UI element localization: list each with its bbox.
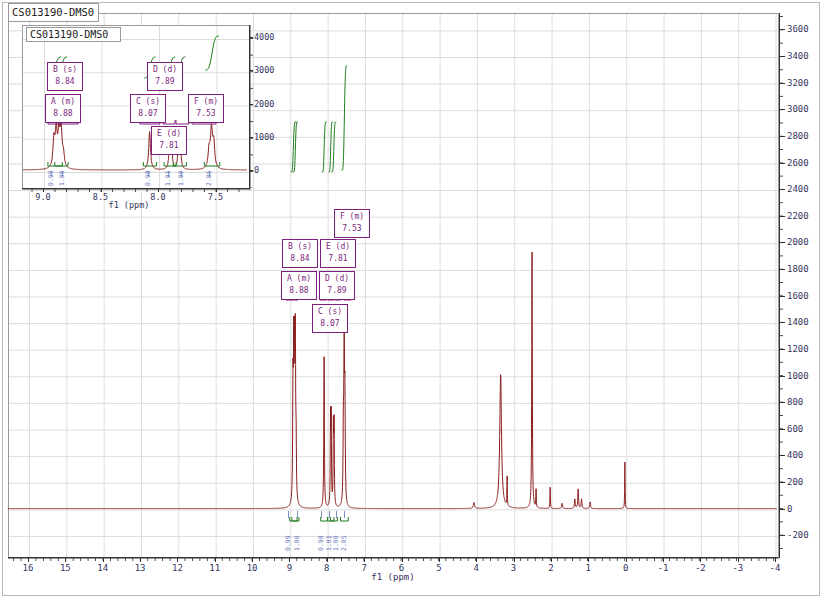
multiplet-box-inset-E[interactable]: E (d)7.81 — [151, 126, 187, 155]
multiplet-shift: 8.07 — [131, 108, 165, 120]
integral-tick-main-B — [297, 511, 298, 518]
multiplet-box-main-D[interactable]: D (d)7.89 — [319, 271, 355, 300]
multiplet-label: C (s) — [313, 306, 347, 318]
main-x-tick — [588, 557, 589, 562]
multiplet-label: B (s) — [283, 241, 317, 253]
multiplet-label: A (m) — [282, 273, 316, 285]
main-y-tick-label: 3600 — [787, 24, 809, 34]
main-y-tick — [779, 509, 785, 510]
inset-y-tick-label: 2000 — [254, 99, 274, 109]
main-x-tick — [663, 557, 664, 562]
multiplet-box-inset-F[interactable]: F (m)7.53 — [188, 94, 224, 123]
spectrum-title: CS013190-DMS0 — [8, 3, 99, 22]
inset-curve-layer — [0, 0, 821, 597]
multiplet-box-inset-B[interactable]: B (s)8.84 — [47, 62, 83, 91]
multiplet-box-main-E[interactable]: E (d)7.81 — [320, 239, 356, 268]
main-y-tick-label: 200 — [787, 477, 803, 487]
multiplet-shift: 7.81 — [152, 140, 186, 152]
main-x-tick — [364, 557, 365, 562]
main-x-tick — [439, 557, 440, 562]
multiplet-label: C (s) — [131, 96, 165, 108]
main-x-tick — [289, 557, 290, 562]
multiplet-shift: 7.89 — [148, 76, 182, 88]
multiplet-shift: 8.88 — [46, 108, 80, 120]
main-y-tick — [779, 109, 785, 110]
main-y-tick-label: 2400 — [787, 184, 809, 194]
main-x-tick-label: 9 — [277, 563, 301, 573]
main-y-tick-label: 1400 — [787, 317, 809, 327]
main-x-tick-label: 5 — [427, 563, 451, 573]
main-x-tick — [476, 557, 477, 562]
multiplet-shift: 8.07 — [313, 318, 347, 330]
multiplet-box-main-C[interactable]: C (s)8.07 — [312, 304, 348, 333]
multiplet-label: E (d) — [152, 128, 186, 140]
integral-value-main-A: 0.99 — [284, 535, 292, 551]
inset-y-tick — [249, 137, 253, 138]
main-y-tick-label: 1000 — [787, 371, 809, 381]
main-x-tick — [738, 557, 739, 562]
inset-x-tick-label: 8.5 — [89, 192, 113, 202]
multiplet-box-main-F[interactable]: F (m)7.53 — [334, 209, 370, 238]
integral-tick-inset-E — [181, 171, 182, 177]
nmr-trace-inset — [23, 121, 247, 169]
main-x-axis-label: f1 (ppm) — [358, 572, 428, 582]
integral-value-main-F: 2.05 — [340, 535, 348, 551]
main-y-tick-label: 2600 — [787, 158, 809, 168]
inset-y-tick-label: 4000 — [254, 32, 274, 42]
inset-x-tick-label: 8.0 — [146, 192, 170, 202]
multiplet-shift: 8.84 — [48, 76, 82, 88]
inset-x-tick-label: 9.0 — [31, 192, 55, 202]
multiplet-shift: 7.53 — [189, 108, 223, 120]
integral-tick-main-D — [329, 511, 330, 518]
integral-tick-main-F — [344, 511, 345, 518]
multiplet-box-inset-A[interactable]: A (m)8.88 — [45, 94, 81, 123]
multiplet-box-main-A[interactable]: A (m)8.88 — [281, 271, 317, 300]
main-y-tick — [779, 136, 785, 137]
main-y-tick-label: 1200 — [787, 344, 809, 354]
main-x-tick — [551, 557, 552, 562]
main-y-tick — [779, 29, 785, 30]
main-y-tick — [779, 349, 785, 350]
integral-tick-main-E — [336, 511, 337, 518]
inset-y-tick-label: 1000 — [254, 132, 274, 142]
main-y-tick-label: 400 — [787, 450, 803, 460]
main-y-tick-label: 1600 — [787, 291, 809, 301]
inset-y-tick-label: 0 — [254, 165, 259, 175]
main-x-tick-label: -2 — [688, 563, 712, 573]
integral-tick-main-C — [321, 511, 322, 518]
main-y-minor-ticks — [780, 13, 783, 557]
main-x-tick-label: 16 — [16, 563, 40, 573]
main-y-tick-label: 2000 — [787, 237, 809, 247]
main-x-tick-label: 15 — [53, 563, 77, 573]
main-y-tick — [779, 296, 785, 297]
main-x-tick — [626, 557, 627, 562]
integral-value-main-E: 1.00 — [332, 535, 340, 551]
main-y-tick — [779, 535, 785, 536]
main-y-tick — [779, 455, 785, 456]
main-y-tick — [779, 322, 785, 323]
integral-tick-inset-F — [209, 171, 210, 177]
main-x-tick-label: -4 — [763, 563, 787, 573]
main-x-tick-label: 6 — [390, 563, 414, 573]
multiplet-shift: 7.81 — [321, 253, 355, 265]
inset-spectrum-title: CS013190-DMS0 — [26, 27, 121, 42]
main-x-tick — [514, 557, 515, 562]
main-y-tick-label: 600 — [787, 424, 803, 434]
integral-tick-inset-D — [168, 171, 169, 177]
main-x-tick — [402, 557, 403, 562]
integral-value-main-C: 0.98 — [317, 535, 325, 551]
main-x-tick — [775, 557, 776, 562]
main-y-tick-label: 3400 — [787, 51, 809, 61]
multiplet-shift: 8.84 — [283, 253, 317, 265]
multiplet-label: D (d) — [148, 64, 182, 76]
multiplet-box-inset-C[interactable]: C (s)8.07 — [130, 94, 166, 123]
main-x-tick — [252, 557, 253, 562]
multiplet-box-main-B[interactable]: B (s)8.84 — [282, 239, 318, 268]
main-x-tick — [327, 557, 328, 562]
multiplet-shift: 7.89 — [320, 285, 354, 297]
main-y-tick — [779, 56, 785, 57]
multiplet-label: F (m) — [189, 96, 223, 108]
main-y-tick-label: 2800 — [787, 131, 809, 141]
multiplet-box-inset-D[interactable]: D (d)7.89 — [147, 62, 183, 91]
main-y-tick-label: 800 — [787, 397, 803, 407]
